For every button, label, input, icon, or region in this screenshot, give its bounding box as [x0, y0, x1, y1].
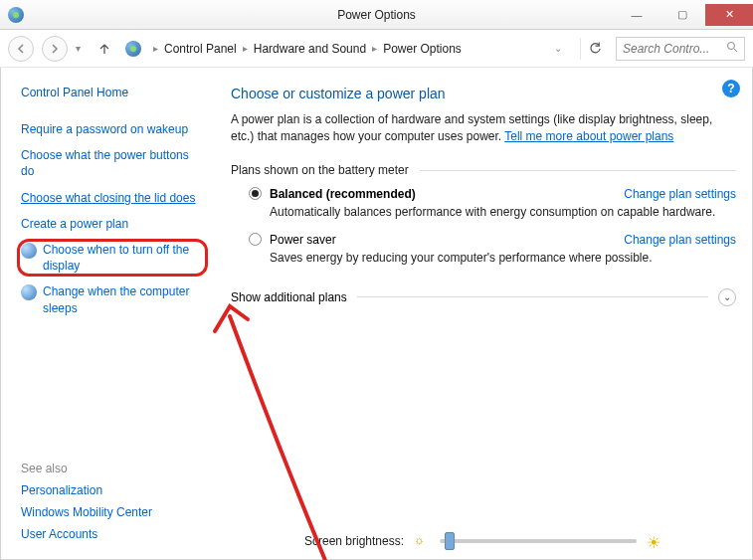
plan-name[interactable]: Balanced (recommended) — [270, 187, 416, 201]
sidebar-link-create-plan[interactable]: Create a power plan — [21, 216, 203, 232]
plan-radio-power-saver[interactable] — [249, 233, 262, 246]
help-icon[interactable]: ? — [722, 80, 740, 97]
page-description: A power plan is a collection of hardware… — [231, 111, 736, 145]
search-input[interactable] — [623, 42, 722, 56]
close-button[interactable]: ✕ — [705, 4, 753, 26]
breadcrumb[interactable]: ▸ Control Panel ▸ Hardware and Sound ▸ P… — [149, 40, 572, 58]
show-additional-plans-row[interactable]: Show additional plans ⌄ — [231, 288, 736, 306]
change-plan-settings-link[interactable]: Change plan settings — [624, 187, 736, 201]
sun-bright-icon: ☀ — [647, 533, 662, 549]
sidebar-link-require-password[interactable]: Require a password on wakeup — [21, 121, 203, 137]
svg-line-1 — [734, 49, 737, 52]
display-off-icon — [21, 243, 37, 259]
brightness-slider[interactable] — [440, 539, 637, 543]
toolbar: ▾ ▸ Control Panel ▸ Hardware and Sound ▸… — [0, 30, 753, 68]
chevron-down-icon[interactable]: ⌄ — [554, 43, 568, 54]
brightness-control: Screen brightness: ☼ ☀ — [304, 533, 662, 549]
plan-radio-balanced[interactable] — [249, 187, 262, 200]
see-also-section: See also Personalization Windows Mobilit… — [21, 462, 203, 549]
arrow-right-icon — [49, 43, 61, 55]
search-icon — [726, 41, 738, 56]
chevron-down-icon[interactable]: ⌄ — [718, 288, 736, 306]
plan-name[interactable]: Power saver — [270, 233, 336, 247]
chevron-right-icon: ▸ — [153, 43, 158, 54]
sun-dim-icon: ☼ — [414, 533, 430, 549]
breadcrumb-item[interactable]: Hardware and Sound — [252, 40, 368, 58]
show-additional-plans-label: Show additional plans — [231, 290, 347, 304]
svg-point-0 — [728, 43, 735, 50]
sidebar-link-turn-off-display[interactable]: Choose when to turn off the display — [43, 242, 203, 274]
titlebar: Power Options — ▢ ✕ — [0, 0, 753, 30]
main-content: ? Choose or customize a power plan A pow… — [215, 68, 752, 559]
back-button[interactable] — [8, 36, 34, 62]
history-dropdown[interactable]: ▾ — [76, 43, 88, 54]
see-also-personalization[interactable]: Personalization — [21, 483, 203, 497]
refresh-button[interactable] — [580, 38, 602, 60]
minimize-button[interactable]: — — [614, 4, 659, 26]
breadcrumb-item[interactable]: Power Options — [381, 40, 464, 58]
sleep-icon — [21, 284, 37, 300]
plans-section-label: Plans shown on the battery meter — [231, 163, 736, 177]
maximize-button[interactable]: ▢ — [659, 4, 705, 26]
power-options-icon — [8, 7, 24, 23]
control-panel-home-link[interactable]: Control Panel Home — [21, 86, 203, 99]
search-box[interactable] — [616, 37, 745, 61]
location-icon — [125, 41, 141, 57]
arrow-up-icon — [97, 42, 111, 56]
sidebar: Control Panel Home Require a password on… — [1, 68, 215, 559]
change-plan-settings-link[interactable]: Change plan settings — [624, 233, 736, 247]
sidebar-link-computer-sleeps[interactable]: Change when the computer sleeps — [43, 283, 203, 315]
breadcrumb-item[interactable]: Control Panel — [162, 40, 239, 58]
power-plan-power-saver: Power saver Change plan settings Saves e… — [249, 233, 736, 265]
window-controls: — ▢ ✕ — [614, 4, 753, 26]
power-plan-balanced: Balanced (recommended) Change plan setti… — [249, 187, 736, 219]
see-also-header: See also — [21, 462, 203, 475]
see-also-mobility-center[interactable]: Windows Mobility Center — [21, 505, 203, 519]
page-heading: Choose or customize a power plan — [231, 86, 736, 101]
chevron-right-icon: ▸ — [372, 43, 377, 54]
divider — [357, 296, 708, 297]
arrow-left-icon — [15, 43, 27, 55]
brightness-label: Screen brightness: — [304, 534, 404, 548]
forward-button[interactable] — [42, 36, 68, 62]
plan-description: Saves energy by reducing your computer's… — [270, 251, 736, 265]
refresh-icon — [589, 42, 602, 56]
see-also-user-accounts[interactable]: User Accounts — [21, 527, 203, 541]
chevron-right-icon: ▸ — [243, 43, 248, 54]
window-title: Power Options — [337, 8, 416, 22]
learn-more-link[interactable]: Tell me more about power plans — [504, 129, 673, 143]
sidebar-link-closing-lid[interactable]: Choose what closing the lid does — [21, 190, 203, 206]
plan-description: Automatically balances performance with … — [270, 205, 736, 219]
slider-thumb[interactable] — [445, 532, 455, 550]
sidebar-link-power-buttons[interactable]: Choose what the power buttons do — [21, 147, 203, 179]
up-button[interactable] — [95, 40, 113, 58]
